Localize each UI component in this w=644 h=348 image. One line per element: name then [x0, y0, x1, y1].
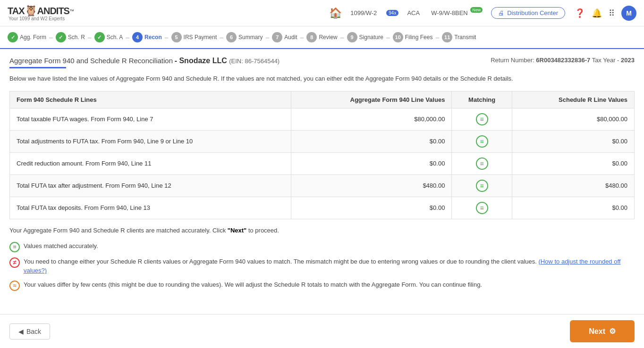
distribution-center-button[interactable]: 🖨 Distribution Center	[491, 7, 565, 19]
steps-bar: ✓ Agg. Form – ✓ Sch. R – ✓ Sch. A – 4 Re…	[0, 26, 644, 49]
step-7-circle: 7	[272, 32, 282, 42]
step-11-label: Transmit	[454, 34, 476, 41]
table-cell-matching: ≡	[452, 174, 512, 197]
legend-matched-text: Values matched accurately.	[24, 241, 98, 251]
table-cell-sched-value: $0.00	[512, 130, 634, 152]
legend-approx-text: Your values differ by few cents (this mi…	[24, 280, 482, 290]
step-2-circle: ✓	[56, 32, 66, 42]
table-cell-sched-value: $80,000.00	[512, 108, 634, 130]
step-6-circle: 6	[226, 32, 237, 42]
table-row: Total FUTA tax after adjustment. From Fo…	[10, 174, 635, 197]
table-cell-sched-value: $480.00	[512, 174, 634, 197]
legend-mismatch-text: You need to change either your Schedule …	[24, 257, 635, 275]
help-icon[interactable]: ❓	[575, 8, 585, 18]
legend-equal-icon: ≡	[9, 242, 20, 252]
step-sep-4: –	[165, 33, 169, 41]
table-row: Total adjustments to FUTA tax. From Form…	[10, 130, 635, 152]
page-title-prefix: Aggregate Form 940 and Schedule R Reconc…	[9, 57, 173, 65]
nav-aca[interactable]: ACA	[404, 8, 423, 18]
legend-approx-icon: ≈	[9, 281, 20, 291]
step-8-label: Review	[319, 34, 337, 41]
reconciliation-table: Form 940 Schedule R Lines Aggregate Form…	[9, 91, 635, 219]
step-11-circle: 11	[442, 32, 452, 42]
step-5-circle: 5	[171, 32, 182, 42]
col-header-agg: Aggregate Form 940 Line Values	[291, 91, 451, 108]
main-content: Aggregate Form 940 and Schedule R Reconc…	[0, 49, 644, 303]
logo-trademark: ™	[69, 8, 74, 14]
legend-notequal-icon: ≠	[9, 257, 20, 268]
step-4-circle: 4	[132, 32, 143, 42]
step-irs-payment[interactable]: 5 IRS Payment	[171, 32, 217, 42]
step-review[interactable]: 8 Review	[306, 32, 337, 42]
step-recon[interactable]: 4 Recon	[132, 32, 162, 42]
nav-w9-w8ben[interactable]: W-9/W-8BEN New	[428, 8, 485, 18]
step-signature[interactable]: 9 Signature	[347, 32, 383, 42]
printer-icon: 🖨	[498, 9, 504, 17]
tax-year: 2023	[621, 57, 635, 64]
avatar[interactable]: M	[621, 6, 636, 21]
table-cell-agg-value: $0.00	[291, 130, 451, 152]
step-1-circle: ✓	[8, 32, 18, 42]
step-sch-a[interactable]: ✓ Sch. A	[94, 32, 123, 42]
logo-tax: TAX	[8, 6, 25, 17]
table-cell-sched-value: $0.00	[512, 152, 634, 174]
table-cell-matching: ≡	[452, 108, 512, 130]
table-cell-agg-value: $0.00	[291, 152, 451, 174]
page-description: Below we have listed the line values of …	[9, 74, 635, 83]
table-cell-line: Credit reduction amount. From Form 940, …	[10, 152, 291, 174]
step-2-label: Sch. R	[68, 34, 85, 41]
title-underline	[9, 67, 66, 68]
match-text: Your Aggregate Form 940 and Schedule R c…	[9, 227, 635, 234]
logo-subtitle: Your 1099 and W2 Experts	[8, 16, 83, 21]
table-cell-line: Total FUTA tax deposits. From Form 940, …	[10, 197, 291, 219]
logo-andits: ANDITS	[37, 6, 69, 17]
home-icon[interactable]: 🏠	[329, 7, 342, 19]
step-sep-5: –	[220, 33, 223, 41]
app-header: TAX 🦉 ANDITS ™ Your 1099 and W2 Experts …	[0, 0, 644, 26]
next-word: "Next"	[228, 227, 247, 234]
step-3-circle: ✓	[94, 32, 105, 42]
nav-94x-badge[interactable]: 94x	[386, 10, 398, 16]
step-sep-1: –	[49, 33, 53, 41]
header-icon-group: ❓ 🔔 ⠿ M	[575, 6, 636, 21]
return-number: 6R003482332836-7	[536, 57, 590, 64]
legend-approx: ≈ Your values differ by few cents (this …	[9, 280, 635, 291]
col-header-lines: Form 940 Schedule R Lines	[10, 91, 291, 108]
table-cell-matching: ≡	[452, 197, 512, 219]
legend-mismatch: ≠ You need to change either your Schedul…	[9, 257, 635, 275]
new-badge: New	[470, 7, 483, 13]
nav-1099-w2[interactable]: 1099/W-2	[347, 8, 380, 18]
step-transmit[interactable]: 11 Transmit	[442, 32, 476, 42]
step-9-label: Signature	[359, 34, 383, 41]
return-info: Return Number: 6R003482332836-7 Tax Year…	[491, 57, 635, 64]
step-filing-fees[interactable]: 10 Filing Fees	[393, 32, 433, 42]
step-9-circle: 9	[347, 32, 357, 42]
grid-icon[interactable]: ⠿	[609, 8, 615, 18]
step-summary[interactable]: 6 Summary	[226, 32, 263, 42]
step-10-label: Filing Fees	[405, 34, 433, 41]
table-cell-agg-value: $0.00	[291, 197, 451, 219]
logo-owl-icon: 🦉	[25, 5, 37, 17]
table-cell-agg-value: $480.00	[291, 174, 451, 197]
table-row: Total taxable FUTA wages. From Form 940,…	[10, 108, 635, 130]
bell-icon[interactable]: 🔔	[592, 8, 602, 18]
step-3-label: Sch. A	[107, 34, 123, 41]
step-sch-r[interactable]: ✓ Sch. R	[56, 32, 85, 42]
table-cell-line: Total taxable FUTA wages. From Form 940,…	[10, 108, 291, 130]
table-cell-sched-value: $0.00	[512, 197, 634, 219]
table-cell-agg-value: $80,000.00	[291, 108, 451, 130]
ein-text: (EIN: 86-7564544)	[229, 58, 280, 65]
step-sep-9: –	[386, 33, 390, 41]
step-sep-8: –	[340, 33, 344, 41]
step-5-label: IRS Payment	[184, 34, 217, 41]
step-7-label: Audit	[284, 34, 297, 41]
col-header-matching: Matching	[452, 91, 512, 108]
step-10-circle: 10	[393, 32, 403, 42]
step-1-label: Agg. Form	[20, 34, 46, 41]
step-audit[interactable]: 7 Audit	[272, 32, 297, 42]
table-row: Credit reduction amount. From Form 940, …	[10, 152, 635, 174]
legend-matched: ≡ Values matched accurately.	[9, 241, 635, 252]
step-sep-2: –	[88, 33, 92, 41]
step-8-circle: 8	[306, 32, 317, 42]
step-agg-form[interactable]: ✓ Agg. Form	[8, 32, 46, 42]
